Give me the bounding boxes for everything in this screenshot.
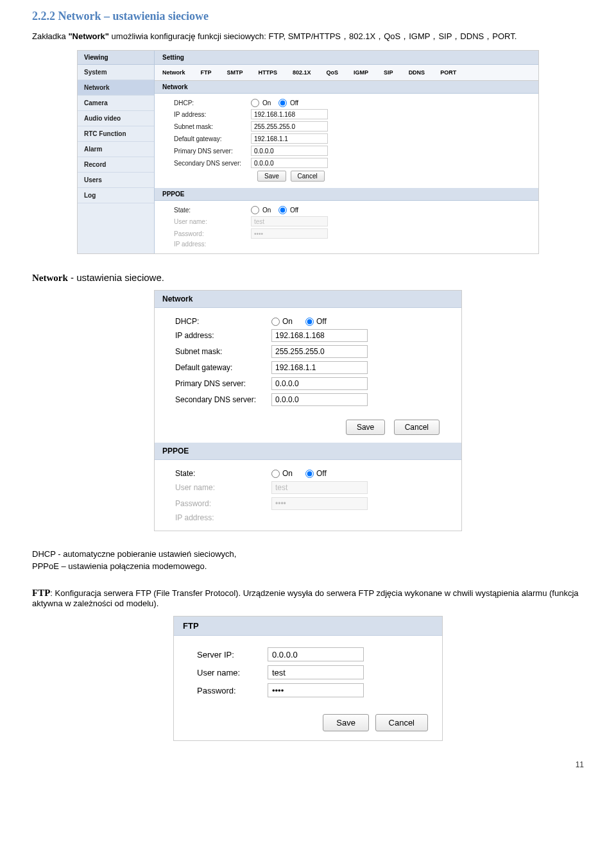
state-label: State: <box>174 207 251 214</box>
sidebar-item-record[interactable]: Record <box>78 157 154 173</box>
tab-smtp[interactable]: SMTP <box>219 67 251 78</box>
state-on-radio[interactable] <box>251 206 259 214</box>
sidebar-item-camera[interactable]: Camera <box>78 96 154 111</box>
pppoe2-user-label: User name: <box>175 483 271 492</box>
sidebar-item-system[interactable]: System <box>78 65 154 80</box>
gateway2-label: Default gateway: <box>175 363 271 372</box>
pppoe2-pass-input <box>271 497 368 510</box>
dhcp-off-radio[interactable] <box>278 99 287 107</box>
intro-bold: "Network" <box>68 31 109 41</box>
dhcp2-on-radio[interactable] <box>271 318 280 326</box>
dns2b-input[interactable] <box>271 393 368 406</box>
intro-prefix: Zakładka <box>32 31 68 41</box>
screenshot-ftp: FTP Server IP: User name: Password: Save… <box>173 616 443 741</box>
dhcp2-off-radio[interactable] <box>305 318 314 326</box>
ftp-rest: : Konfiguracja serwera FTP (File Transfe… <box>32 588 579 608</box>
ftp-server-label: Server IP: <box>197 650 268 660</box>
ftp-user-label: User name: <box>197 668 268 677</box>
state2-off-radio[interactable] <box>305 470 314 478</box>
gateway-input[interactable] <box>251 133 328 144</box>
ip-input[interactable] <box>251 109 328 119</box>
gateway2-input[interactable] <box>271 361 368 374</box>
cancel-button[interactable]: Cancel <box>291 171 325 182</box>
ip2-label: IP address: <box>175 331 271 340</box>
pppoe-pass-input <box>251 228 328 239</box>
subnet-input[interactable] <box>251 121 328 132</box>
state-off-radio[interactable] <box>278 206 287 214</box>
ip-label: IP address: <box>174 111 251 118</box>
dns2-input[interactable] <box>251 158 328 168</box>
page-number: 11 <box>32 760 584 769</box>
panel-head-pppoe: PPPOE <box>155 188 538 201</box>
ftp-user-input[interactable] <box>268 665 364 679</box>
pppoe-pass-label: Password: <box>174 230 251 237</box>
dns2-label: Secondary DNS server: <box>174 160 251 167</box>
dns1-label: Primary DNS server: <box>174 148 251 155</box>
dns2b-label: Secondary DNS server: <box>175 395 271 404</box>
save2-button[interactable]: Save <box>346 420 385 435</box>
panel-head-network: Network <box>155 81 538 94</box>
intro-paragraph: Zakładka "Network" umożliwia konfiguracj… <box>32 31 584 42</box>
pppoe-user-input <box>251 216 328 226</box>
dns1b-input[interactable] <box>271 377 368 390</box>
tab-ddns[interactable]: DDNS <box>401 67 433 78</box>
dhcp-label: DHCP: <box>174 99 251 106</box>
state-off-label: Off <box>290 207 298 214</box>
dhcp-off-label: Off <box>290 99 298 106</box>
ftp-pass-input[interactable] <box>268 683 364 697</box>
dhcp-desc-1: DHCP - automatyczne pobieranie ustawień … <box>32 549 584 559</box>
panel3-head-ftp: FTP <box>174 617 442 636</box>
panel2-head-network: Network <box>155 291 461 308</box>
intro-suffix: umożliwia konfigurację funkcji sieciowyc… <box>109 31 517 41</box>
gateway-label: Default gateway: <box>174 135 251 142</box>
panel2-head-pppoe: PPPOE <box>155 443 461 460</box>
tab-igmp[interactable]: IGMP <box>346 67 376 78</box>
tab-qos[interactable]: QoS <box>319 67 346 78</box>
pppoe2-ip-label: IP address: <box>175 513 271 522</box>
dhcp2-off-label: Off <box>316 317 327 326</box>
sidebar-item-network[interactable]: Network <box>78 80 154 96</box>
network-form: DHCP: On Off IP address: Subnet mask: De… <box>155 94 538 188</box>
tab-https[interactable]: HTTPS <box>251 67 286 78</box>
tab-ftp[interactable]: FTP <box>193 67 219 78</box>
sidebar: Viewing System Network Camera Audio vide… <box>78 51 155 253</box>
dhcp-desc-2: PPPoE – ustawienia połączenia modemowego… <box>32 561 584 571</box>
subnet2-input[interactable] <box>271 345 368 358</box>
state-on-label: On <box>262 207 271 214</box>
subnet-label: Subnet mask: <box>174 123 251 130</box>
dns1-input[interactable] <box>251 146 328 156</box>
state2-off-label: Off <box>316 469 327 478</box>
save-button[interactable]: Save <box>257 171 286 182</box>
tab-port[interactable]: PORT <box>432 67 464 78</box>
ftp-cancel-button[interactable]: Cancel <box>375 714 428 731</box>
dhcp2-label: DHCP: <box>175 317 271 326</box>
screenshot-network-detail: Network DHCP: On Off IP address: Subnet … <box>154 290 462 531</box>
cancel2-button[interactable]: Cancel <box>394 420 440 435</box>
dhcp-on-radio[interactable] <box>251 99 259 107</box>
ftp-form: Server IP: User name: Password: <box>174 636 442 708</box>
ip2-input[interactable] <box>271 329 368 342</box>
tab-bar: Network FTP SMTP HTTPS 802.1X QoS IGMP S… <box>155 65 538 81</box>
sidebar-item-users[interactable]: Users <box>78 173 154 188</box>
sidebar-item-audio-video[interactable]: Audio video <box>78 111 154 126</box>
sidebar-item-alarm[interactable]: Alarm <box>78 142 154 157</box>
state2-on-label: On <box>282 469 293 478</box>
sidebar-item-log[interactable]: Log <box>78 188 154 203</box>
state2-label: State: <box>175 469 271 478</box>
sidebar-item-rtc[interactable]: RTC Function <box>78 126 154 142</box>
tab-network[interactable]: Network <box>155 67 193 78</box>
ftp-paragraph: FTP: Konfiguracja serwera FTP (File Tran… <box>32 588 584 608</box>
tab-8021x[interactable]: 802.1X <box>285 67 319 78</box>
network-subheading: Network - ustawienia sieciowe. <box>32 272 584 284</box>
main-panel: Setting Network FTP SMTP HTTPS 802.1X Qo… <box>155 51 538 253</box>
main-header-setting: Setting <box>155 51 538 65</box>
ftp-pass-label: Password: <box>197 686 268 695</box>
ftp-save-button[interactable]: Save <box>323 714 369 731</box>
dhcp2-on-label: On <box>282 317 293 326</box>
pppoe2-form: State: On Off User name: Password: IP ad… <box>155 460 461 531</box>
pppoe-ip-label: IP address: <box>174 241 251 248</box>
tab-sip[interactable]: SIP <box>376 67 401 78</box>
network-lead: Network <box>32 273 68 283</box>
state2-on-radio[interactable] <box>271 470 280 478</box>
ftp-server-input[interactable] <box>268 647 364 661</box>
